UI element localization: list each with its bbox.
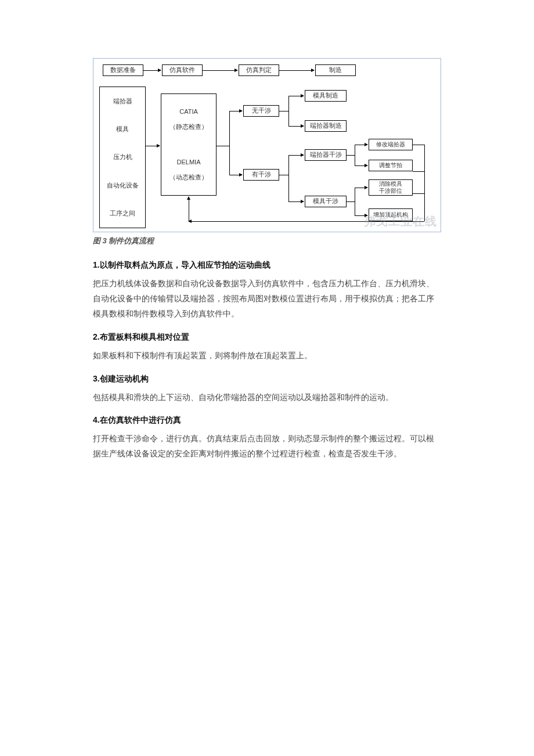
node-sim-judge: 仿真判定 — [239, 64, 279, 76]
leaf-remove-mold-interf: 消除模具 干涉部位 — [369, 179, 413, 196]
figure-caption: 图 3 制件仿真流程 — [93, 236, 441, 246]
input-group: 端拾器 模具 压力机 自动化设备 工序之间 — [99, 87, 146, 228]
input-end-effector: 端拾器 — [100, 98, 145, 105]
sub-ee-interf: 端拾器干涉 — [305, 149, 347, 161]
input-automation: 自动化设备 — [100, 182, 145, 189]
section-2-heading: 2.布置板料和模具相对位置 — [93, 332, 441, 343]
section-1-body: 把压力机线体设备数据和自动化设备数据导入到仿真软件中，包含压力机工作台、压力机滑… — [93, 276, 441, 322]
section-1-heading: 1.以制件取料点为原点，导入相应节拍的运动曲线 — [93, 260, 441, 271]
input-mold: 模具 — [100, 125, 145, 133]
input-press: 压力机 — [100, 153, 145, 161]
section-4-heading: 4.在仿真软件中进行仿真 — [93, 415, 441, 426]
node-sim-software: 仿真软件 — [162, 64, 203, 76]
sub-mold-interf: 模具干涉 — [305, 196, 347, 207]
flowchart-figure: 数据准备 仿真软件 仿真判定 制造 端拾器 模具 压力机 自动化设备 工序之间 — [93, 58, 441, 246]
node-data-prep: 数据准备 — [103, 64, 143, 76]
section-4-body: 打开检查干涉命令，进行仿真。仿真结束后点击回放，则动态显示制件的整个搬运过程。可… — [93, 431, 441, 462]
software-catia: CATIA （静态检查） — [161, 100, 216, 139]
section-3-body: 包括模具和滑块的上下运动、自动化带端拾器的空间运动以及端拾器和制件的运动。 — [93, 390, 441, 405]
leaf-add-lifting: 增加顶起机构 — [369, 208, 413, 221]
section-3-heading: 3.创建运动机构 — [93, 374, 441, 384]
branch-has-interf: 有干涉 — [243, 169, 279, 181]
leaf-adjust-takt: 调整节拍 — [369, 160, 413, 171]
node-manufacture: 制造 — [315, 64, 356, 76]
branch-no-interf: 无干涉 — [243, 105, 279, 117]
out-ee-mfg: 端拾器制造 — [305, 120, 347, 132]
input-between-proc: 工序之间 — [100, 210, 145, 217]
software-group: CATIA （静态检查） DELMIA （动态检查） — [161, 93, 217, 196]
section-2-body: 如果板料和下模制件有顶起装置，则将制件放在顶起装置上。 — [93, 348, 441, 363]
leaf-modify-ee: 修改端拾器 — [369, 139, 413, 150]
flowchart: 数据准备 仿真软件 仿真判定 制造 端拾器 模具 压力机 自动化设备 工序之间 — [93, 58, 441, 232]
software-delmia: DELMIA （动态检查） — [161, 151, 216, 189]
out-mold-mfg: 模具制造 — [305, 90, 347, 102]
